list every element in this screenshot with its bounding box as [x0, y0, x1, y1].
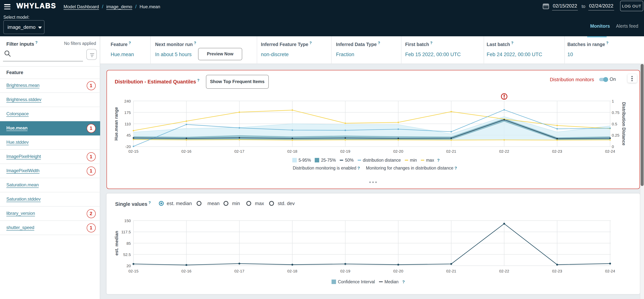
svg-text:240: 240: [124, 99, 131, 103]
svg-text:0: 0: [612, 144, 614, 149]
svg-text:150: 150: [124, 218, 131, 223]
svg-text:02-19: 02-19: [340, 269, 350, 273]
svg-text:02-22: 02-22: [499, 269, 509, 273]
svg-text:02-15: 02-15: [128, 269, 138, 273]
svg-text:02-24: 02-24: [605, 149, 615, 153]
svg-text:175: 175: [124, 110, 131, 115]
svg-text:02-20: 02-20: [393, 149, 403, 153]
svg-text:52.5: 52.5: [123, 252, 131, 257]
svg-text:02-22: 02-22: [499, 149, 509, 153]
svg-text:02-19: 02-19: [340, 149, 350, 153]
svg-text:0.25: 0.25: [612, 133, 620, 137]
svg-text:02-18: 02-18: [287, 269, 297, 273]
svg-text:02-21: 02-21: [446, 149, 456, 153]
svg-text:110: 110: [125, 122, 131, 126]
svg-text:20: 20: [126, 264, 131, 268]
svg-text:02-18: 02-18: [287, 149, 297, 153]
svg-text:02-20: 02-20: [393, 269, 403, 273]
svg-text:02-16: 02-16: [182, 269, 192, 273]
svg-text:0.75: 0.75: [612, 110, 620, 115]
svg-text:02-15: 02-15: [128, 149, 138, 153]
svg-text:02-24: 02-24: [605, 269, 615, 273]
svg-text:1: 1: [612, 99, 614, 103]
svg-text:Hue.mean range: Hue.mean range: [114, 107, 119, 141]
svg-text:117.5: 117.5: [121, 230, 131, 234]
svg-text:45: 45: [126, 133, 131, 137]
svg-text:02-17: 02-17: [234, 269, 244, 273]
svg-text:02-23: 02-23: [552, 149, 562, 153]
svg-text:Distribution Distance: Distribution Distance: [622, 102, 626, 145]
svg-text:02-23: 02-23: [552, 269, 562, 273]
svg-text:02-17: 02-17: [234, 149, 244, 153]
svg-text:-20: -20: [125, 144, 131, 149]
svg-text:0.5: 0.5: [612, 122, 617, 126]
svg-text:02-21: 02-21: [446, 269, 456, 273]
svg-text:est. median: est. median: [114, 231, 119, 256]
svg-text:85: 85: [126, 241, 131, 245]
svg-text:02-16: 02-16: [182, 149, 192, 153]
